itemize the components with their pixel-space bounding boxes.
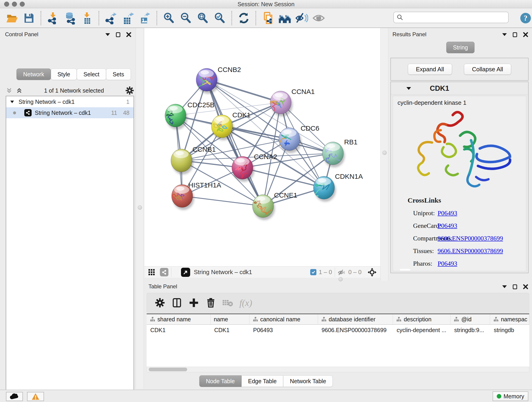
- column-header-namespac[interactable]: namespac: [490, 314, 529, 324]
- tree-root-label: String Network – cdk1: [19, 99, 75, 105]
- zoom-fit-icon[interactable]: [196, 12, 209, 25]
- tab-edge-table[interactable]: Edge Table: [241, 375, 283, 387]
- warning-icon[interactable]: [27, 392, 44, 401]
- search-input[interactable]: [404, 14, 502, 21]
- selected-count: 1 – 0: [319, 269, 332, 276]
- crosslink-compartments-link[interactable]: 9606.ENSP00000378699: [438, 235, 503, 242]
- panel-close-icon[interactable]: [126, 32, 131, 37]
- tab-node-table[interactable]: Node Table: [199, 375, 241, 387]
- results-scrollbar-thumb[interactable]: [400, 269, 410, 271]
- crosslink-pharos-link[interactable]: P06493: [438, 260, 457, 267]
- panel-menu-icon[interactable]: [502, 285, 507, 288]
- import-table-icon[interactable]: [80, 12, 93, 25]
- zoom-selected-icon[interactable]: [213, 12, 226, 25]
- left-splitter-handle[interactable]: [138, 205, 142, 210]
- network-canvas[interactable]: CCNB2CCNA1CDC25BCDK1CDC6RB1CCNB1CCNA2CDK…: [144, 28, 380, 266]
- export-network-icon[interactable]: [104, 12, 117, 25]
- open-folder-icon[interactable]: [6, 12, 18, 25]
- tab-style[interactable]: Style: [51, 69, 77, 80]
- crosslink-genecard-link[interactable]: P06493: [438, 222, 457, 230]
- section-title: CDK1: [430, 84, 449, 93]
- tree-collapse-icon[interactable]: [10, 99, 14, 104]
- cloud-icon[interactable]: [6, 392, 23, 401]
- column-header-shared-name[interactable]: shared name: [147, 314, 210, 324]
- table-cell[interactable]: stringdb:9...: [450, 325, 490, 335]
- table-row[interactable]: CDK1CDK1P064939606.ENSP00000378699cyclin…: [147, 325, 529, 335]
- toolbar-search-box[interactable]: [393, 12, 509, 23]
- zoom-out-icon[interactable]: [179, 12, 192, 25]
- fit-crosshair-icon[interactable]: [367, 268, 377, 277]
- column-header-description[interactable]: description: [393, 314, 450, 324]
- crosslink-tissues-link[interactable]: 9606.ENSP00000378699: [438, 247, 503, 255]
- delete-table-icon[interactable]: [221, 296, 234, 309]
- table-cell[interactable]: 9606.ENSP00000378699: [318, 325, 393, 335]
- tab-select[interactable]: Select: [77, 69, 106, 80]
- tab-network[interactable]: Network: [17, 69, 51, 80]
- panel-menu-icon[interactable]: [502, 33, 507, 36]
- panel-menu-icon[interactable]: [105, 33, 110, 36]
- cdk1-section-header[interactable]: CDK1: [391, 82, 528, 95]
- node-table: shared namenamecanonical namedatabase id…: [147, 313, 529, 367]
- table-hscrollbar-thumb[interactable]: [149, 368, 187, 371]
- left-splitter[interactable]: [136, 28, 144, 389]
- column-header-name[interactable]: name: [210, 314, 249, 324]
- column-header-database-identifier[interactable]: database identifier: [318, 314, 393, 324]
- network-graph[interactable]: CCNB2CCNA1CDC25BCDK1CDC6RB1CCNB1CCNA2CDK…: [144, 28, 380, 266]
- panel-float-icon[interactable]: [513, 284, 517, 289]
- right-splitter[interactable]: [380, 28, 388, 281]
- table-cell[interactable]: CDK1: [147, 325, 210, 335]
- hide-selected-eye-slash-icon[interactable]: [295, 12, 308, 25]
- panel-close-icon[interactable]: [523, 284, 528, 289]
- table-splitter-handle[interactable]: [338, 277, 343, 281]
- panel-float-icon[interactable]: [513, 32, 517, 37]
- open-in-new-window-icon[interactable]: [181, 268, 190, 277]
- table-cell[interactable]: cyclin-dependent ...: [393, 325, 450, 335]
- function-builder-icon[interactable]: f(x): [239, 298, 252, 308]
- tab-string[interactable]: String: [446, 42, 475, 53]
- refresh-layout-icon[interactable]: [237, 12, 250, 25]
- import-network-icon[interactable]: [46, 12, 59, 25]
- hidden-eye-slash-icon[interactable]: [338, 269, 346, 276]
- export-image-icon[interactable]: [138, 12, 151, 25]
- control-panel-tabs: NetworkStyleSelectSets: [17, 69, 131, 80]
- table-cell[interactable]: CDK1: [210, 325, 249, 335]
- column-header-@id[interactable]: @id: [450, 314, 490, 324]
- save-icon[interactable]: [22, 12, 35, 25]
- gear-icon[interactable]: [153, 296, 167, 309]
- tab-sets[interactable]: Sets: [106, 69, 131, 80]
- column-header-canonical-name[interactable]: canonical name: [249, 314, 318, 324]
- selected-checkbox-icon[interactable]: [310, 269, 317, 275]
- gear-icon[interactable]: [125, 86, 134, 95]
- grid-view-icon[interactable]: [147, 267, 157, 277]
- table-cell[interactable]: P06493: [249, 325, 318, 335]
- columns-icon[interactable]: [170, 296, 184, 309]
- network-tree-child-row[interactable]: String Network – cdk1 11 48: [6, 107, 133, 118]
- collapse-all-button[interactable]: Collapse All: [464, 64, 511, 75]
- table-cell[interactable]: stringdb: [490, 325, 529, 335]
- export-table-icon[interactable]: [121, 12, 134, 25]
- copy-share-document-icon[interactable]: [261, 12, 274, 25]
- expand-all-button[interactable]: Expand All: [408, 64, 452, 75]
- table-hscrollbar[interactable]: [147, 367, 529, 372]
- show-all-eye-icon[interactable]: [312, 12, 325, 25]
- delete-icon[interactable]: [204, 296, 217, 309]
- expand-all-icon[interactable]: [16, 87, 23, 94]
- network-tree-root-row[interactable]: String Network – cdk1 1: [6, 96, 133, 107]
- right-splitter-handle[interactable]: [382, 151, 387, 155]
- crosslink-uniprot-link[interactable]: P06493: [438, 210, 457, 217]
- zoom-in-icon[interactable]: [162, 12, 175, 25]
- section-collapse-icon[interactable]: [406, 87, 411, 90]
- table-panel-title: Table Panel: [148, 283, 177, 290]
- memory-button[interactable]: Memory: [493, 391, 528, 401]
- network-share-view-icon[interactable]: [160, 268, 168, 276]
- panel-float-icon[interactable]: [116, 32, 120, 37]
- add-column-icon[interactable]: [187, 296, 201, 309]
- node-label: CCNB2: [218, 66, 241, 73]
- help-icon[interactable]: ?: [519, 12, 532, 25]
- collapse-all-icon[interactable]: [6, 87, 13, 94]
- first-neighbors-houses-icon[interactable]: [278, 12, 291, 25]
- tab-network-table[interactable]: Network Table: [283, 375, 333, 387]
- import-database-icon[interactable]: [63, 12, 76, 25]
- crosslinks-section: CrossLinks Uniprot: P06493 GeneCard: P06…: [393, 196, 526, 267]
- panel-close-icon[interactable]: [523, 32, 528, 37]
